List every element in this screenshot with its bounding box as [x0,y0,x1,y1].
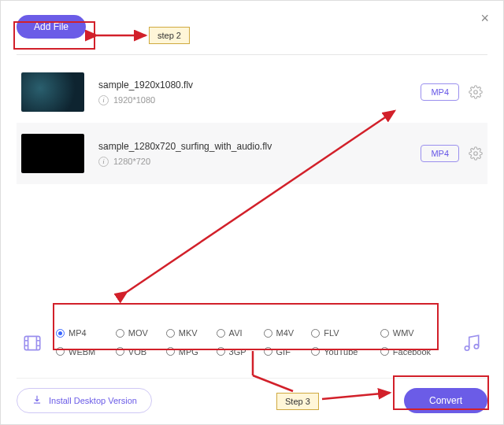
format-select[interactable]: MP4 [421,145,459,162]
install-desktop-button[interactable]: Install Desktop Version [17,388,152,413]
format-option-mkv[interactable]: MKV [166,328,198,338]
format-option-flv[interactable]: FLV [311,328,339,338]
divider [17,54,487,55]
video-thumbnail [21,134,84,173]
convert-button[interactable]: Convert [404,388,487,413]
download-icon [32,394,43,407]
format-option-youtube[interactable]: YouTube [311,347,358,357]
file-name: sample_1920x1080.flv [98,79,421,91]
svg-rect-2 [24,336,40,349]
info-icon: i [98,157,109,167]
file-row: sample_1920x1080.flv i 1920*1080 MP4 [17,61,487,123]
file-row: sample_1280x720_surfing_with_audio.flv i… [17,123,487,184]
format-section: MP4MOVMKVAVIM4VFLVWMVWEBMVOBMPG3GPGIFYou… [17,316,487,369]
gear-icon[interactable] [469,146,483,161]
info-icon: i [98,95,109,105]
gear-icon[interactable] [469,85,483,99]
file-name: sample_1280x720_surfing_with_audio.flv [98,141,421,152]
file-resolution: 1280*720 [113,157,150,166]
svg-point-4 [474,344,478,348]
format-select[interactable]: MP4 [421,83,459,101]
svg-point-3 [465,346,469,349]
add-file-button[interactable]: Add File [17,15,86,39]
format-option-m4v[interactable]: M4V [264,328,295,338]
video-icon[interactable] [17,333,48,353]
format-option-facebook[interactable]: Facebook [380,347,431,357]
svg-point-1 [474,152,478,156]
format-option-avi[interactable]: AVI [217,328,243,338]
svg-point-0 [474,91,478,94]
format-option-webm[interactable]: WEBM [56,347,95,357]
install-desktop-label: Install Desktop Version [49,396,137,405]
music-icon[interactable] [456,333,487,353]
format-option-gif[interactable]: GIF [264,347,291,357]
format-option-wmv[interactable]: WMV [380,328,414,338]
format-option-mpg[interactable]: MPG [166,347,198,357]
format-option-vob[interactable]: VOB [116,347,146,357]
video-thumbnail [21,72,84,112]
file-resolution: 1920*1080 [113,95,155,105]
format-option-mp4[interactable]: MP4 [56,328,87,338]
format-option-3gp[interactable]: 3GP [217,347,246,357]
format-option-mov[interactable]: MOV [116,328,148,338]
